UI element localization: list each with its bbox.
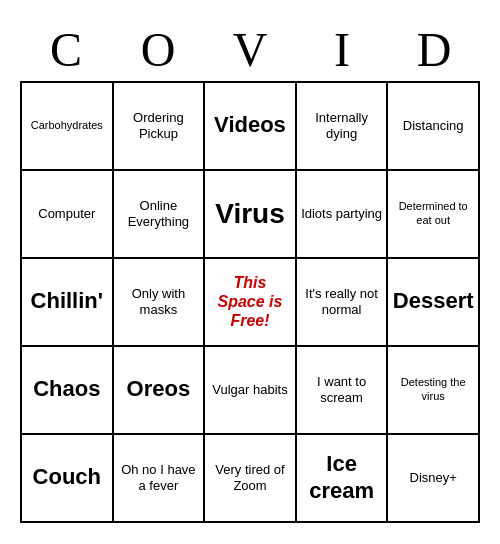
cell-23: Ice cream: [297, 435, 389, 523]
cell-10: Chillin': [22, 259, 114, 347]
cell-11: Only with masks: [114, 259, 206, 347]
bingo-grid: Carbohydrates Ordering Pickup Videos Int…: [20, 81, 480, 523]
cell-17: Vulgar habits: [205, 347, 297, 435]
cell-20: Couch: [22, 435, 114, 523]
cell-6: Online Everything: [114, 171, 206, 259]
cell-8: Idiots partying: [297, 171, 389, 259]
cell-4: Distancing: [388, 83, 480, 171]
cell-0: Carbohydrates: [22, 83, 114, 171]
cell-13: It's really not normal: [297, 259, 389, 347]
cell-22: Very tired of Zoom: [205, 435, 297, 523]
cell-3: Internally dying: [297, 83, 389, 171]
cell-16: Oreos: [114, 347, 206, 435]
cell-21: Oh no I have a fever: [114, 435, 206, 523]
cell-5: Computer: [22, 171, 114, 259]
header-letter-i: I: [298, 22, 386, 77]
cell-9: Determined to eat out: [388, 171, 480, 259]
bingo-card: C O V I D Carbohydrates Ordering Pickup …: [10, 12, 490, 533]
cell-2: Videos: [205, 83, 297, 171]
cell-7: Virus: [205, 171, 297, 259]
cell-18: I want to scream: [297, 347, 389, 435]
bingo-header: C O V I D: [20, 22, 480, 77]
header-letter-o: O: [114, 22, 202, 77]
header-letter-c: C: [22, 22, 110, 77]
cell-1: Ordering Pickup: [114, 83, 206, 171]
header-letter-d: D: [390, 22, 478, 77]
cell-24: Disney+: [388, 435, 480, 523]
cell-14: Dessert: [388, 259, 480, 347]
cell-15: Chaos: [22, 347, 114, 435]
cell-19: Detesting the virus: [388, 347, 480, 435]
header-letter-v: V: [206, 22, 294, 77]
cell-12-free: This Space is Free!: [205, 259, 297, 347]
